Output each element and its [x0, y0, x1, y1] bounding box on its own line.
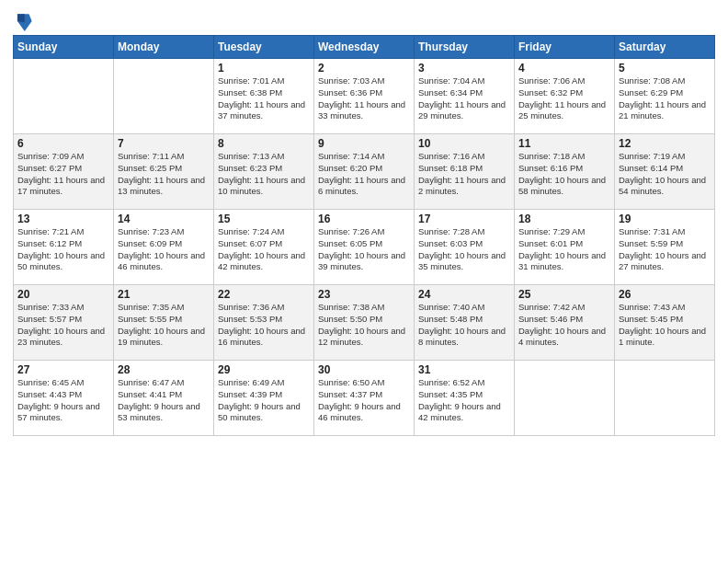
svg-marker-1 [17, 14, 25, 22]
day-number: 3 [418, 62, 510, 75]
calendar-table: SundayMondayTuesdayWednesdayThursdayFrid… [13, 35, 715, 436]
calendar-cell: 13Sunrise: 7:21 AM Sunset: 6:12 PM Dayli… [14, 210, 114, 285]
day-info: Sunrise: 7:18 AM Sunset: 6:16 PM Dayligh… [518, 151, 610, 198]
calendar-cell: 19Sunrise: 7:31 AM Sunset: 5:59 PM Dayli… [615, 210, 715, 285]
day-info: Sunrise: 7:35 AM Sunset: 5:55 PM Dayligh… [118, 302, 210, 349]
calendar-cell: 7Sunrise: 7:11 AM Sunset: 6:25 PM Daylig… [114, 134, 214, 210]
calendar-weekday-header: Saturday [615, 36, 715, 59]
day-info: Sunrise: 7:29 AM Sunset: 6:01 PM Dayligh… [518, 226, 610, 273]
day-number: 12 [619, 137, 711, 150]
day-number: 16 [318, 213, 410, 225]
calendar-cell [515, 361, 615, 436]
day-number: 19 [619, 213, 711, 225]
calendar-cell: 12Sunrise: 7:19 AM Sunset: 6:14 PM Dayli… [615, 134, 715, 210]
calendar-cell: 15Sunrise: 7:24 AM Sunset: 6:07 PM Dayli… [214, 210, 314, 285]
calendar-cell: 2Sunrise: 7:03 AM Sunset: 6:36 PM Daylig… [314, 59, 415, 134]
calendar-week-row: 27Sunrise: 6:45 AM Sunset: 4:43 PM Dayli… [14, 361, 715, 436]
day-info: Sunrise: 7:13 AM Sunset: 6:23 PM Dayligh… [218, 151, 310, 198]
day-number: 11 [518, 137, 610, 150]
day-info: Sunrise: 7:23 AM Sunset: 6:09 PM Dayligh… [118, 226, 210, 273]
day-number: 5 [619, 62, 711, 75]
day-info: Sunrise: 7:04 AM Sunset: 6:34 PM Dayligh… [418, 75, 510, 122]
day-number: 20 [17, 288, 109, 301]
day-number: 18 [518, 213, 610, 225]
calendar-header-row: SundayMondayTuesdayWednesdayThursdayFrid… [14, 36, 715, 59]
day-info: Sunrise: 7:40 AM Sunset: 5:48 PM Dayligh… [418, 302, 510, 349]
calendar-cell: 29Sunrise: 6:49 AM Sunset: 4:39 PM Dayli… [214, 361, 314, 436]
calendar-cell: 23Sunrise: 7:38 AM Sunset: 5:50 PM Dayli… [314, 285, 415, 361]
day-info: Sunrise: 7:33 AM Sunset: 5:57 PM Dayligh… [17, 302, 109, 349]
day-number: 27 [17, 363, 109, 376]
day-info: Sunrise: 7:08 AM Sunset: 6:29 PM Dayligh… [619, 75, 711, 122]
calendar-cell: 1Sunrise: 7:01 AM Sunset: 6:38 PM Daylig… [214, 59, 314, 134]
day-number: 23 [318, 288, 410, 301]
calendar-cell [14, 59, 114, 134]
calendar-cell [615, 361, 715, 436]
day-info: Sunrise: 7:36 AM Sunset: 5:53 PM Dayligh… [218, 302, 310, 349]
day-info: Sunrise: 7:11 AM Sunset: 6:25 PM Dayligh… [118, 151, 210, 198]
day-info: Sunrise: 7:38 AM Sunset: 5:50 PM Dayligh… [318, 302, 410, 349]
logo-icon [16, 11, 32, 31]
day-info: Sunrise: 6:52 AM Sunset: 4:35 PM Dayligh… [418, 377, 510, 424]
calendar-week-row: 6Sunrise: 7:09 AM Sunset: 6:27 PM Daylig… [14, 134, 715, 210]
day-info: Sunrise: 7:19 AM Sunset: 6:14 PM Dayligh… [619, 151, 711, 198]
day-info: Sunrise: 7:09 AM Sunset: 6:27 PM Dayligh… [17, 151, 109, 198]
calendar-cell: 10Sunrise: 7:16 AM Sunset: 6:18 PM Dayli… [415, 134, 515, 210]
calendar-cell: 28Sunrise: 6:47 AM Sunset: 4:41 PM Dayli… [114, 361, 214, 436]
day-info: Sunrise: 7:14 AM Sunset: 6:20 PM Dayligh… [318, 151, 410, 198]
page: SundayMondayTuesdayWednesdayThursdayFrid… [0, 0, 728, 563]
day-info: Sunrise: 7:26 AM Sunset: 6:05 PM Dayligh… [318, 226, 410, 273]
day-number: 6 [17, 137, 109, 150]
day-number: 21 [118, 288, 210, 301]
calendar-week-row: 1Sunrise: 7:01 AM Sunset: 6:38 PM Daylig… [14, 59, 715, 134]
day-number: 13 [17, 213, 109, 225]
calendar-cell: 14Sunrise: 7:23 AM Sunset: 6:09 PM Dayli… [114, 210, 214, 285]
calendar-weekday-header: Thursday [415, 36, 515, 59]
calendar-week-row: 13Sunrise: 7:21 AM Sunset: 6:12 PM Dayli… [14, 210, 715, 285]
calendar-cell: 18Sunrise: 7:29 AM Sunset: 6:01 PM Dayli… [515, 210, 615, 285]
day-info: Sunrise: 7:16 AM Sunset: 6:18 PM Dayligh… [418, 151, 510, 198]
day-number: 14 [118, 213, 210, 225]
day-info: Sunrise: 7:21 AM Sunset: 6:12 PM Dayligh… [17, 226, 109, 273]
day-info: Sunrise: 7:31 AM Sunset: 5:59 PM Dayligh… [619, 226, 711, 273]
day-number: 8 [218, 137, 310, 150]
day-number: 10 [418, 137, 510, 150]
calendar-cell: 27Sunrise: 6:45 AM Sunset: 4:43 PM Dayli… [14, 361, 114, 436]
calendar-cell: 25Sunrise: 7:42 AM Sunset: 5:46 PM Dayli… [515, 285, 615, 361]
calendar-weekday-header: Wednesday [314, 36, 415, 59]
day-number: 1 [218, 62, 310, 75]
calendar-weekday-header: Tuesday [214, 36, 314, 59]
calendar-cell: 20Sunrise: 7:33 AM Sunset: 5:57 PM Dayli… [14, 285, 114, 361]
day-number: 4 [518, 62, 610, 75]
calendar-cell: 22Sunrise: 7:36 AM Sunset: 5:53 PM Dayli… [214, 285, 314, 361]
day-info: Sunrise: 6:50 AM Sunset: 4:37 PM Dayligh… [318, 377, 410, 424]
calendar-cell: 21Sunrise: 7:35 AM Sunset: 5:55 PM Dayli… [114, 285, 214, 361]
calendar-week-row: 20Sunrise: 7:33 AM Sunset: 5:57 PM Dayli… [14, 285, 715, 361]
day-info: Sunrise: 6:49 AM Sunset: 4:39 PM Dayligh… [218, 377, 310, 424]
calendar-cell: 8Sunrise: 7:13 AM Sunset: 6:23 PM Daylig… [214, 134, 314, 210]
day-number: 2 [318, 62, 410, 75]
day-number: 17 [418, 213, 510, 225]
day-info: Sunrise: 7:01 AM Sunset: 6:38 PM Dayligh… [218, 75, 310, 122]
logo [13, 13, 32, 31]
calendar-weekday-header: Monday [114, 36, 214, 59]
day-info: Sunrise: 7:43 AM Sunset: 5:45 PM Dayligh… [619, 302, 711, 349]
calendar-cell: 3Sunrise: 7:04 AM Sunset: 6:34 PM Daylig… [415, 59, 515, 134]
calendar-cell: 9Sunrise: 7:14 AM Sunset: 6:20 PM Daylig… [314, 134, 415, 210]
calendar-cell: 4Sunrise: 7:06 AM Sunset: 6:32 PM Daylig… [515, 59, 615, 134]
day-info: Sunrise: 6:47 AM Sunset: 4:41 PM Dayligh… [118, 377, 210, 424]
day-number: 30 [318, 363, 410, 376]
day-info: Sunrise: 6:45 AM Sunset: 4:43 PM Dayligh… [17, 377, 109, 424]
calendar-cell: 6Sunrise: 7:09 AM Sunset: 6:27 PM Daylig… [14, 134, 114, 210]
day-number: 26 [619, 288, 711, 301]
day-number: 25 [518, 288, 610, 301]
day-info: Sunrise: 7:28 AM Sunset: 6:03 PM Dayligh… [418, 226, 510, 273]
day-number: 9 [318, 137, 410, 150]
day-number: 29 [218, 363, 310, 376]
day-number: 28 [118, 363, 210, 376]
calendar-cell: 26Sunrise: 7:43 AM Sunset: 5:45 PM Dayli… [615, 285, 715, 361]
calendar-cell: 11Sunrise: 7:18 AM Sunset: 6:16 PM Dayli… [515, 134, 615, 210]
day-info: Sunrise: 7:42 AM Sunset: 5:46 PM Dayligh… [518, 302, 610, 349]
calendar-cell: 30Sunrise: 6:50 AM Sunset: 4:37 PM Dayli… [314, 361, 415, 436]
calendar-weekday-header: Friday [515, 36, 615, 59]
